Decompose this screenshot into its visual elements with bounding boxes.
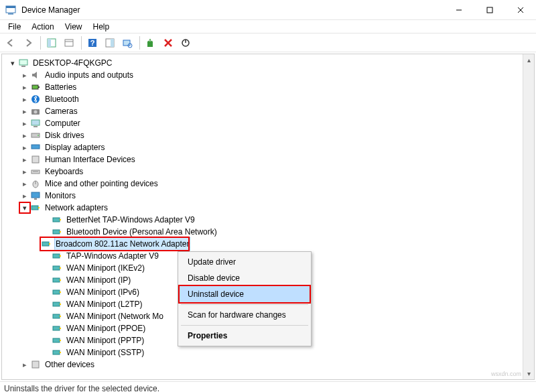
svg-rect-36 bbox=[31, 192, 40, 198]
caret-icon[interactable] bbox=[7, 58, 18, 68]
svg-rect-51 bbox=[60, 279, 61, 281]
svg-rect-40 bbox=[53, 218, 60, 222]
network-adapter-icon bbox=[52, 335, 62, 346]
ctx-properties[interactable]: Properties bbox=[180, 328, 310, 344]
action-pane-button[interactable] bbox=[102, 35, 118, 51]
caret-icon[interactable] bbox=[19, 166, 30, 177]
vertical-scrollbar[interactable] bbox=[523, 54, 534, 379]
ctx-disable-device[interactable]: Disable device bbox=[180, 270, 310, 286]
tree-device[interactable]: Bluetooth Device (Personal Area Network) bbox=[5, 226, 534, 238]
bluetooth-icon bbox=[30, 94, 41, 105]
caret-icon bbox=[41, 251, 52, 261]
tree-category-keyboards[interactable]: Keyboards bbox=[5, 166, 534, 178]
scan-hardware-button[interactable] bbox=[119, 35, 135, 51]
toolbar-separator bbox=[40, 36, 41, 50]
menubar: File Action View Help bbox=[0, 20, 536, 34]
tree-label: Network adapters bbox=[44, 202, 109, 214]
tree-category-cameras[interactable]: Cameras bbox=[5, 105, 534, 117]
svg-rect-57 bbox=[60, 316, 61, 317]
menu-view[interactable]: View bbox=[60, 21, 88, 33]
computer-icon bbox=[18, 58, 29, 68]
disable-button[interactable] bbox=[178, 35, 194, 51]
network-adapter-icon bbox=[52, 263, 62, 273]
tree-root[interactable]: DESKTOP-4FQKGPC bbox=[5, 57, 534, 69]
back-button[interactable] bbox=[3, 35, 19, 51]
menu-action[interactable]: Action bbox=[26, 21, 59, 33]
network-adapter-icon bbox=[52, 347, 62, 358]
audio-icon bbox=[30, 70, 41, 80]
caret-icon[interactable] bbox=[19, 178, 30, 189]
tree-category-batteries[interactable]: Batteries bbox=[5, 81, 534, 93]
tree-category-computer[interactable]: Computer bbox=[5, 117, 534, 129]
tree-label: WAN Miniport (IP) bbox=[65, 274, 132, 286]
svg-rect-60 bbox=[53, 338, 60, 342]
hid-icon bbox=[30, 154, 41, 165]
help-button[interactable]: ? bbox=[84, 35, 100, 51]
scroll-up-icon[interactable] bbox=[523, 54, 534, 66]
minimize-button[interactable] bbox=[444, 0, 474, 20]
ctx-update-driver[interactable]: Update driver bbox=[180, 254, 310, 270]
svg-rect-39 bbox=[38, 207, 40, 208]
update-driver-button[interactable] bbox=[143, 35, 159, 51]
svg-rect-21 bbox=[32, 85, 38, 89]
caret-icon[interactable] bbox=[19, 106, 30, 117]
properties-button[interactable] bbox=[61, 35, 77, 51]
tree-category-monitors[interactable]: Monitors bbox=[5, 190, 534, 202]
menu-help[interactable]: Help bbox=[88, 21, 115, 33]
caret-icon bbox=[41, 347, 52, 358]
uninstall-button[interactable] bbox=[160, 35, 176, 51]
close-button[interactable] bbox=[505, 0, 536, 20]
svg-rect-45 bbox=[49, 243, 50, 245]
tree-category-network[interactable]: Network adapters bbox=[5, 202, 534, 214]
computer-icon bbox=[30, 118, 41, 129]
svg-point-25 bbox=[34, 111, 38, 114]
tree-category-mice[interactable]: Mice and other pointing devices bbox=[5, 178, 534, 190]
caret-icon bbox=[41, 263, 52, 273]
scroll-down-icon[interactable] bbox=[523, 368, 534, 379]
tree-category-other[interactable]: Other devices bbox=[5, 358, 534, 371]
caret-icon[interactable] bbox=[19, 190, 30, 201]
tree-device[interactable]: BetterNet TAP-Windows Adapter V9 bbox=[5, 214, 534, 226]
caret-icon bbox=[41, 323, 52, 334]
camera-icon bbox=[30, 106, 41, 117]
caret-icon[interactable] bbox=[19, 202, 30, 213]
menu-file[interactable]: File bbox=[3, 21, 26, 33]
caret-icon[interactable] bbox=[19, 130, 30, 141]
tree-label: Broadcom 802.11ac Network Adapter bbox=[54, 237, 190, 251]
ctx-uninstall-device[interactable]: Uninstall device bbox=[180, 286, 310, 302]
caret-icon[interactable] bbox=[19, 118, 30, 129]
show-hide-console-tree-button[interactable] bbox=[44, 35, 60, 51]
tree-label: WAN Miniport (IPv6) bbox=[65, 286, 141, 298]
svg-rect-44 bbox=[42, 242, 49, 246]
svg-rect-47 bbox=[60, 255, 61, 257]
tree-label: Computer bbox=[44, 117, 82, 129]
forward-button[interactable] bbox=[20, 35, 36, 51]
tree-label: Monitors bbox=[44, 190, 77, 202]
svg-rect-37 bbox=[34, 198, 37, 200]
tree-category-audio[interactable]: Audio inputs and outputs bbox=[5, 69, 534, 81]
network-adapter-icon bbox=[52, 226, 62, 237]
caret-icon[interactable] bbox=[19, 359, 30, 370]
caret-icon[interactable] bbox=[19, 94, 30, 105]
caret-icon[interactable] bbox=[19, 70, 30, 80]
tree-label: Cameras bbox=[44, 105, 79, 117]
svg-rect-8 bbox=[48, 39, 51, 47]
tree-category-hid[interactable]: Human Interface Devices bbox=[5, 153, 534, 166]
display-adapter-icon bbox=[30, 142, 41, 153]
tree-device-selected[interactable]: Broadcom 802.11ac Network Adapter bbox=[41, 238, 188, 250]
tree-category-display[interactable]: Display adapters bbox=[5, 141, 534, 153]
tree-label: Bluetooth bbox=[44, 93, 80, 105]
caret-icon[interactable] bbox=[19, 82, 30, 92]
caret-icon[interactable] bbox=[19, 154, 30, 165]
svg-rect-27 bbox=[34, 126, 38, 127]
tree-label: WAN Miniport (Network Mo bbox=[65, 310, 165, 322]
tree-category-bluetooth[interactable]: Bluetooth bbox=[5, 93, 534, 105]
caret-icon[interactable] bbox=[19, 142, 30, 153]
ctx-scan-hardware[interactable]: Scan for hardware changes bbox=[180, 307, 310, 323]
svg-rect-56 bbox=[53, 314, 60, 318]
tree-device[interactable]: WAN Miniport (SSTP) bbox=[5, 346, 534, 358]
context-menu: Update driver Disable device Uninstall d… bbox=[178, 251, 312, 346]
tree-category-disk[interactable]: Disk drives bbox=[5, 129, 534, 141]
maximize-button[interactable] bbox=[474, 0, 505, 20]
tree-label: WAN Miniport (PPTP) bbox=[65, 334, 145, 346]
